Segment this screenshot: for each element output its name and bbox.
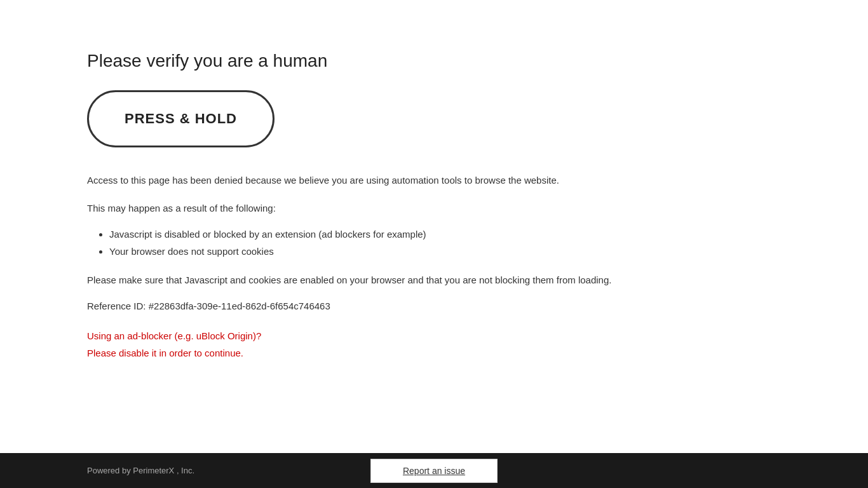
make-sure-text: Please make sure that Javascript and coo… [87,273,659,288]
adblocker-line1: Using an ad-blocker (e.g. uBlock Origin)… [87,327,868,344]
description-text: Access to this page has been denied beca… [87,173,595,188]
press-hold-label: PRESS & HOLD [125,111,237,127]
may-happen-text: This may happen as a result of the follo… [87,201,595,216]
reason-javascript: Javascript is disabled or blocked by an … [109,226,868,243]
press-hold-button[interactable]: PRESS & HOLD [87,90,275,147]
page-title: Please verify you are a human [87,51,868,71]
footer-powered-by: Powered by PerimeterX , Inc. [0,466,194,475]
reasons-list: Javascript is disabled or blocked by an … [87,226,868,260]
adblocker-section: Using an ad-blocker (e.g. uBlock Origin)… [87,327,868,362]
reference-id: Reference ID: #22863dfa-309e-11ed-862d-6… [87,301,868,311]
reason-cookies: Your browser does not support cookies [109,243,868,260]
adblocker-line2: Please disable it in order to continue. [87,344,868,362]
footer: Powered by PerimeterX , Inc. Report an i… [0,453,868,488]
main-content: Please verify you are a human PRESS & HO… [0,0,868,453]
report-issue-button[interactable]: Report an issue [370,459,498,483]
